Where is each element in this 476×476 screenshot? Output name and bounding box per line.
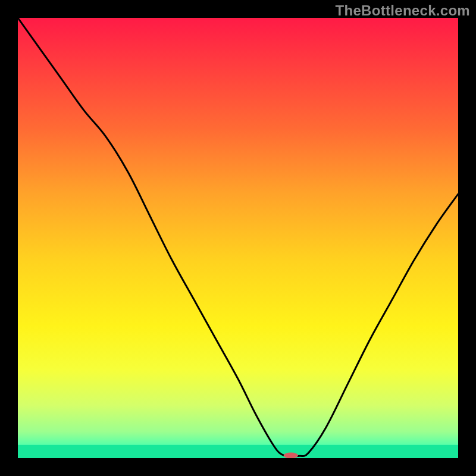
chart-svg	[18, 18, 458, 458]
green-band	[18, 445, 458, 458]
gradient-background	[18, 18, 458, 458]
chart-container: TheBottleneck.com	[0, 0, 476, 476]
watermark-text: TheBottleneck.com	[336, 2, 470, 19]
plot-area	[18, 18, 458, 458]
